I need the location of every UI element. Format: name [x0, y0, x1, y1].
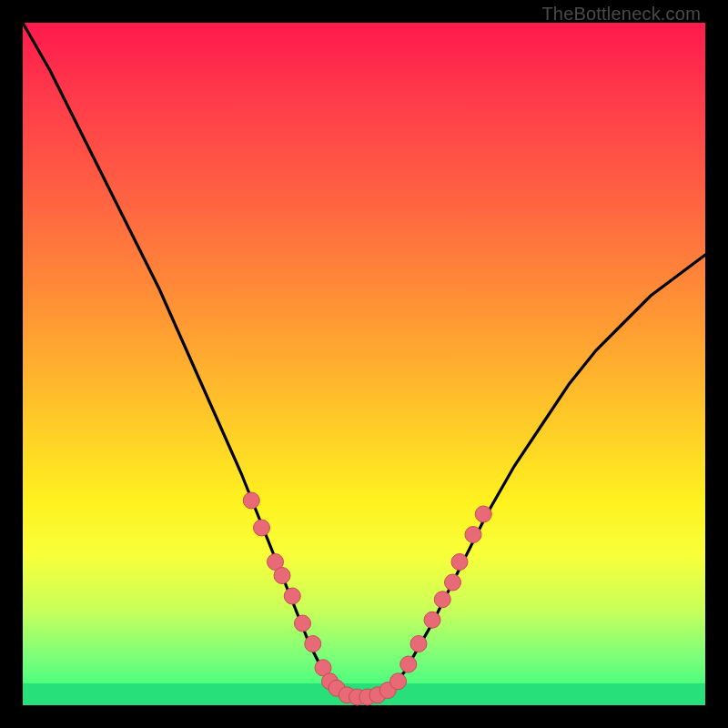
- data-dot: [305, 636, 321, 652]
- data-dot: [445, 574, 461, 591]
- data-dot: [284, 588, 300, 604]
- data-dot: [254, 520, 270, 536]
- data-dot: [424, 612, 440, 628]
- bottleneck-curve: [23, 23, 705, 699]
- data-dot: [243, 492, 259, 509]
- plot-area: [23, 23, 705, 705]
- data-dot: [390, 673, 407, 690]
- data-dots: [243, 492, 491, 705]
- watermark-text: TheBottleneck.com: [541, 4, 701, 25]
- data-dot: [400, 656, 417, 672]
- data-dot: [295, 615, 311, 632]
- curve-group: [23, 23, 705, 699]
- data-dot: [410, 636, 427, 652]
- data-dot: [465, 527, 481, 543]
- data-dot: [434, 592, 450, 608]
- data-dot: [475, 506, 491, 522]
- data-dot: [451, 554, 468, 571]
- data-dot: [274, 568, 290, 584]
- chart-svg: [23, 23, 705, 705]
- chart-frame: TheBottleneck.com: [0, 0, 728, 728]
